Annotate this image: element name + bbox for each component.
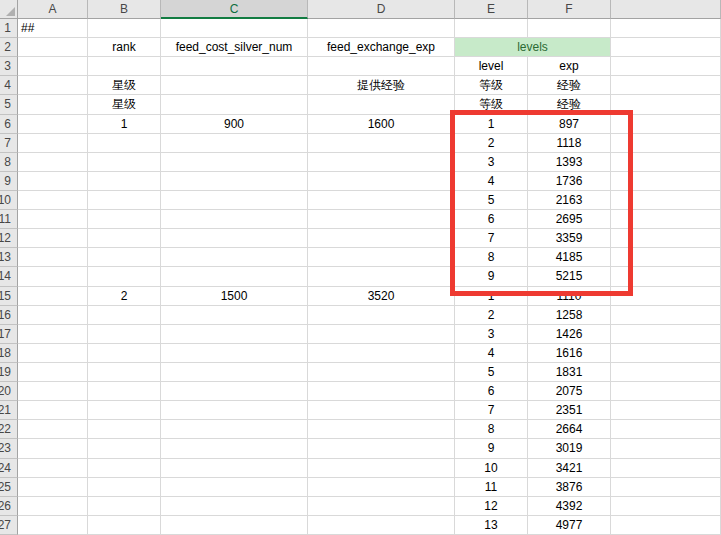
cell-C5[interactable] (161, 95, 308, 114)
row-header-8[interactable]: 8 (0, 153, 18, 172)
cell-A14[interactable] (18, 267, 88, 286)
cell-C24[interactable] (161, 459, 308, 478)
cell-F24[interactable]: 3421 (528, 459, 611, 478)
cell-E18[interactable]: 4 (455, 344, 528, 363)
cell-E19[interactable]: 5 (455, 363, 528, 382)
row-header-24[interactable]: 24 (0, 459, 18, 478)
cell-F21[interactable]: 2351 (528, 401, 611, 420)
cell-G10[interactable] (611, 191, 721, 210)
cell-F22[interactable]: 2664 (528, 420, 611, 439)
cell-G11[interactable] (611, 210, 721, 229)
cell-G18[interactable] (611, 344, 721, 363)
cell-B18[interactable] (88, 344, 161, 363)
cell-D14[interactable] (308, 267, 455, 286)
cell-F26[interactable]: 4392 (528, 497, 611, 516)
cell-E4[interactable]: 等级 (455, 76, 528, 95)
cell-F16[interactable]: 1258 (528, 306, 611, 325)
cell-B4[interactable]: 星级 (88, 76, 161, 95)
cell-B5[interactable]: 星级 (88, 95, 161, 114)
cell-E26[interactable]: 12 (455, 497, 528, 516)
row-header-15[interactable]: 15 (0, 287, 18, 306)
column-header-A[interactable]: A (18, 0, 88, 19)
cell-C26[interactable] (161, 497, 308, 516)
cell-A12[interactable] (18, 229, 88, 248)
cell-G21[interactable] (611, 401, 721, 420)
column-header-E[interactable]: E (455, 0, 528, 19)
cell-E5[interactable]: 等级 (455, 95, 528, 114)
cell-F7[interactable]: 1118 (528, 134, 611, 153)
cell-G26[interactable] (611, 497, 721, 516)
cell-A13[interactable] (18, 248, 88, 267)
cell-C27[interactable] (161, 516, 308, 535)
cell-E1[interactable] (455, 19, 528, 38)
cell-A22[interactable] (18, 420, 88, 439)
cell-A3[interactable] (18, 57, 88, 76)
cell-C23[interactable] (161, 439, 308, 458)
cell-A26[interactable] (18, 497, 88, 516)
cell-E21[interactable]: 7 (455, 401, 528, 420)
cell-B20[interactable] (88, 382, 161, 401)
row-header-3[interactable]: 3 (0, 57, 18, 76)
cell-B17[interactable] (88, 325, 161, 344)
cell-C3[interactable] (161, 57, 308, 76)
cell-G19[interactable] (611, 363, 721, 382)
cell-D5[interactable] (308, 95, 455, 114)
cell-G17[interactable] (611, 325, 721, 344)
cell-D23[interactable] (308, 439, 455, 458)
cell-C25[interactable] (161, 478, 308, 497)
cell-C13[interactable] (161, 248, 308, 267)
cell-C18[interactable] (161, 344, 308, 363)
cell-merged-E2-F2[interactable]: levels (455, 38, 611, 57)
cell-E25[interactable]: 11 (455, 478, 528, 497)
row-header-11[interactable]: 11 (0, 210, 18, 229)
cell-E9[interactable]: 4 (455, 172, 528, 191)
cell-G7[interactable] (611, 134, 721, 153)
cell-F6[interactable]: 897 (528, 115, 611, 134)
cell-B2[interactable]: rank (88, 38, 161, 57)
column-header-D[interactable]: D (308, 0, 455, 19)
row-header-7[interactable]: 7 (0, 134, 18, 153)
cell-B3[interactable] (88, 57, 161, 76)
cell-C9[interactable] (161, 172, 308, 191)
cell-B11[interactable] (88, 210, 161, 229)
cell-B7[interactable] (88, 134, 161, 153)
cell-A21[interactable] (18, 401, 88, 420)
cell-C22[interactable] (161, 420, 308, 439)
cell-E23[interactable]: 9 (455, 439, 528, 458)
cell-E13[interactable]: 8 (455, 248, 528, 267)
cell-F5[interactable]: 经验 (528, 95, 611, 114)
cell-D6[interactable]: 1600 (308, 115, 455, 134)
cell-A11[interactable] (18, 210, 88, 229)
cell-G13[interactable] (611, 248, 721, 267)
column-header-C[interactable]: C (161, 0, 308, 19)
cell-B6[interactable]: 1 (88, 115, 161, 134)
cell-C14[interactable] (161, 267, 308, 286)
cell-D22[interactable] (308, 420, 455, 439)
cell-G3[interactable] (611, 57, 721, 76)
cell-E27[interactable]: 13 (455, 516, 528, 535)
cell-C10[interactable] (161, 191, 308, 210)
cell-A25[interactable] (18, 478, 88, 497)
column-header-B[interactable]: B (88, 0, 161, 19)
cell-G16[interactable] (611, 306, 721, 325)
cell-C15[interactable]: 1500 (161, 287, 308, 306)
cell-E17[interactable]: 3 (455, 325, 528, 344)
cell-D16[interactable] (308, 306, 455, 325)
cell-B15[interactable]: 2 (88, 287, 161, 306)
cell-E24[interactable]: 10 (455, 459, 528, 478)
cell-B10[interactable] (88, 191, 161, 210)
cell-B13[interactable] (88, 248, 161, 267)
cell-D11[interactable] (308, 210, 455, 229)
cell-A10[interactable] (18, 191, 88, 210)
cell-F4[interactable]: 经验 (528, 76, 611, 95)
cell-E14[interactable]: 9 (455, 267, 528, 286)
select-all-button[interactable] (0, 0, 18, 19)
row-header-25[interactable]: 25 (0, 478, 18, 497)
cell-D27[interactable] (308, 516, 455, 535)
cell-C2[interactable]: feed_cost_silver_num (161, 38, 308, 57)
cell-F17[interactable]: 1426 (528, 325, 611, 344)
cell-A20[interactable] (18, 382, 88, 401)
cell-B24[interactable] (88, 459, 161, 478)
cell-C21[interactable] (161, 401, 308, 420)
cell-F3[interactable]: exp (528, 57, 611, 76)
